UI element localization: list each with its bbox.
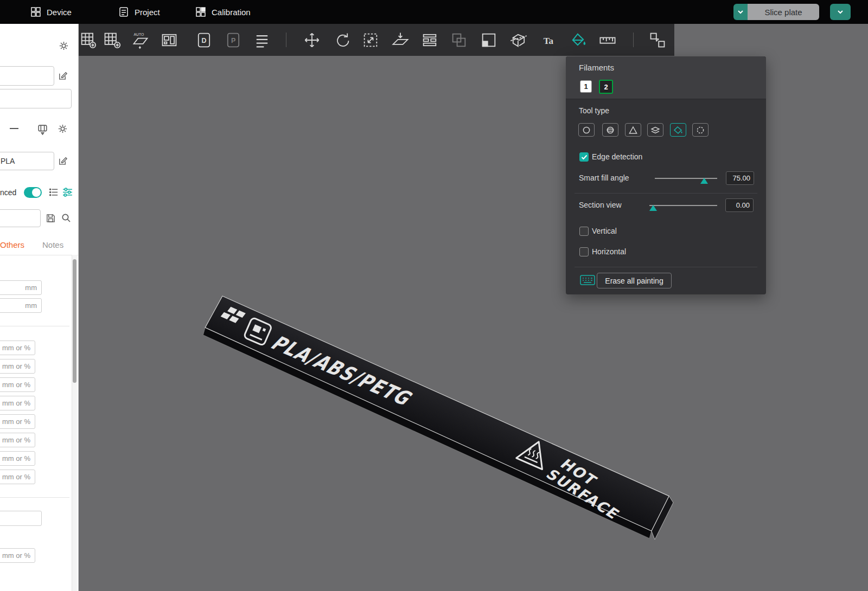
param-input[interactable]: mm (0, 298, 42, 313)
color-painting-icon[interactable] (569, 31, 588, 49)
smart-fill-angle-value[interactable]: 75.00 (726, 171, 754, 185)
search-icon[interactable] (61, 213, 72, 223)
tab-calibration-label: Calibration (212, 8, 251, 17)
file-p-icon[interactable]: P (224, 31, 242, 49)
scale-icon[interactable] (361, 31, 380, 49)
file-d-icon[interactable]: D (195, 31, 213, 49)
print-options-dropdown-button[interactable] (830, 4, 851, 20)
tab-device[interactable]: Device (30, 0, 72, 24)
tab-others[interactable]: Others (0, 240, 24, 249)
tab-notes[interactable]: Notes (42, 240, 63, 249)
circle-tool-icon (581, 125, 592, 135)
place-on-face-icon[interactable] (391, 31, 410, 49)
filament-preset-value: PLA (1, 157, 15, 165)
param-unit: mm or % (2, 473, 30, 481)
fill-tool-icon (673, 125, 684, 135)
param-unit: mm or % (2, 344, 30, 352)
split-to-objects-icon[interactable] (420, 31, 439, 49)
param-dropdown[interactable]: ed (0, 511, 42, 526)
param-unit: mm or % (2, 417, 30, 426)
param-input[interactable]: mm or % (0, 377, 35, 392)
slice-options-dropdown-button[interactable] (733, 4, 748, 20)
bed-type-select-input[interactable] (0, 89, 72, 108)
section-view-value[interactable]: 0.00 (725, 198, 754, 212)
cut-icon[interactable] (509, 31, 528, 49)
param-input[interactable]: mm or % (0, 341, 35, 355)
advanced-toggle[interactable] (24, 187, 42, 198)
filament-2-button[interactable]: 2 (599, 80, 613, 94)
plate-grid-icon[interactable] (103, 31, 121, 49)
tab-device-label: Device (47, 8, 72, 17)
section-view-slider-thumb[interactable] (649, 205, 657, 211)
smart-fill-angle-label: Smart fill angle (579, 174, 629, 182)
param-unit: mm or % (2, 454, 30, 462)
variable-layer-height-icon[interactable] (480, 31, 498, 49)
filament-preset-input[interactable]: PLA (0, 152, 54, 170)
section-view-label: Section view (579, 201, 622, 209)
svg-text:D: D (201, 37, 206, 44)
tool-gap-fill-button[interactable] (692, 123, 709, 137)
divider (575, 193, 757, 194)
advanced-label: nced (0, 188, 16, 197)
toolbar-separator (633, 33, 634, 47)
edit-filament-icon[interactable] (58, 156, 68, 166)
param-input[interactable]: mm or % (0, 470, 35, 484)
add-plate-icon[interactable] (79, 31, 97, 49)
tab-calibration[interactable]: Calibration (195, 0, 251, 24)
param-input[interactable]: mm or % (0, 414, 35, 429)
project-icon (118, 7, 129, 17)
filament-1-button[interactable]: 1 (580, 80, 592, 93)
height-range-tool-icon (650, 125, 661, 135)
tool-circle-button[interactable] (578, 123, 595, 137)
assembly-view-icon[interactable] (648, 31, 667, 49)
param-input[interactable]: mm or % (0, 451, 35, 466)
tool-sphere-button[interactable] (602, 123, 618, 137)
move-icon[interactable] (303, 31, 321, 49)
triangle-tool-icon (628, 125, 639, 135)
edge-detection-checkbox[interactable] (579, 152, 589, 162)
printer-settings-gear-icon[interactable] (59, 41, 69, 51)
filament-1-label: 1 (584, 82, 588, 91)
printer-select-input[interactable] (0, 66, 54, 86)
text-tool-icon[interactable]: Ta (540, 31, 559, 49)
param-input[interactable]: mm or % (0, 433, 35, 447)
list-view-icon[interactable] (49, 187, 59, 197)
sphere-tool-icon (605, 125, 616, 135)
tab-project[interactable]: Project (118, 0, 160, 24)
ams-icon[interactable] (37, 124, 48, 135)
filament-settings-gear-icon[interactable] (58, 124, 68, 134)
process-settings-icon[interactable] (62, 187, 73, 198)
param-input[interactable]: mm or % (0, 359, 35, 374)
parameter-search-input[interactable] (0, 209, 41, 227)
split-to-parts-icon[interactable] (450, 31, 468, 49)
keyboard-shortcut-icon (580, 274, 595, 286)
slice-plate-button[interactable]: Slice plate (748, 4, 819, 20)
edit-printer-icon[interactable] (58, 70, 68, 81)
filament-2-label: 2 (604, 83, 608, 91)
tool-triangle-button[interactable] (625, 123, 641, 137)
section-view-slider[interactable] (649, 205, 717, 206)
sidebar-scrollbar-thumb[interactable] (73, 259, 76, 383)
param-unit: mm or % (2, 399, 30, 407)
param-input[interactable]: mm or % (0, 548, 35, 563)
object-list-icon[interactable] (253, 31, 271, 49)
auto-orient-icon[interactable]: AUTO (131, 31, 150, 49)
param-input[interactable]: mm or % (0, 396, 35, 410)
check-icon (581, 155, 588, 160)
erase-all-painting-button[interactable]: Erase all painting (597, 273, 672, 288)
divider (0, 255, 79, 255)
vertical-checkbox[interactable] (579, 227, 589, 236)
tool-height-range-button[interactable] (647, 123, 663, 137)
rotate-icon[interactable] (333, 31, 351, 49)
horizontal-checkbox[interactable] (579, 247, 589, 256)
param-unit: mm (25, 301, 37, 310)
paint-tool-panel: Filaments 1 2 Tool type (566, 56, 766, 294)
measure-icon[interactable] (598, 31, 617, 49)
smart-fill-angle-slider-thumb[interactable] (700, 178, 708, 184)
arrange-icon[interactable] (160, 31, 178, 49)
save-preset-icon[interactable] (46, 213, 56, 223)
tool-fill-button[interactable] (670, 123, 686, 137)
param-input[interactable]: mm (0, 280, 42, 295)
collapse-minus-icon[interactable] (10, 128, 18, 129)
divider (575, 267, 757, 267)
